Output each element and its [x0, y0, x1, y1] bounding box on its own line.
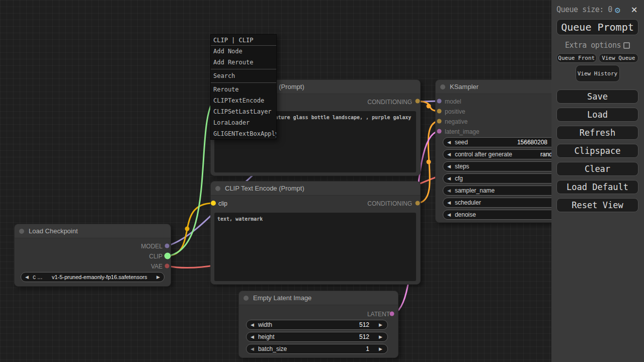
node-header[interactable]: Load Checkpoint — [15, 224, 171, 238]
conditioning-output-label: CONDITIONING — [367, 200, 412, 207]
prev-arrow-icon[interactable]: ◀ — [447, 200, 451, 205]
widget-value: v1-5-pruned-emaonly-fp16.safetensors — [42, 274, 156, 280]
queue-front-button[interactable]: Queue Front — [556, 53, 597, 63]
widget-label: height — [258, 333, 275, 340]
prev-arrow-icon[interactable]: ◀ — [447, 152, 451, 157]
widget-value: 512 — [359, 321, 369, 328]
menu-separator — [211, 69, 276, 69]
node-load-checkpoint[interactable]: Load Checkpoint MODEL CLIP VAE ◀ c ... v… — [14, 224, 171, 287]
wire-clip — [168, 203, 213, 256]
widget-label: c ... — [33, 274, 42, 281]
node-clip-text-encode-negative[interactable]: CLIP Text Encode (Prompt) clip CONDITION… — [210, 181, 421, 285]
clip-output-label: CLIP — [149, 253, 163, 260]
node-status-dot[interactable] — [244, 296, 249, 301]
node-title: CLIP Text Encode (Prompt) — [225, 185, 304, 192]
view-queue-button[interactable]: View Queue — [599, 53, 639, 63]
widget-label: denoise — [455, 211, 476, 218]
queue-size-label: Queue size: 0 — [556, 5, 612, 14]
menu-item-gligentextboxapply[interactable]: GLIGENTextBoxApply — [211, 128, 276, 139]
decrement-arrow-icon[interactable]: ◀ — [251, 346, 254, 351]
widget-label: steps — [455, 163, 469, 170]
node-header[interactable]: Empty Latent Image — [239, 291, 398, 305]
latent-output-label: LATENT — [367, 311, 390, 318]
node-title: KSampler — [450, 83, 478, 90]
menu-search-input[interactable]: Search — [211, 70, 276, 81]
menu-item-cliptextencode[interactable]: CLIPTextEncode — [211, 95, 276, 106]
widget-label: batch_size — [258, 345, 287, 352]
widget-value: 512 — [359, 333, 369, 340]
positive-input-label: positive — [445, 108, 465, 115]
node-status-dot[interactable] — [440, 84, 445, 89]
menu-item-loraloader[interactable]: LoraLoader — [211, 117, 276, 128]
widget-label: width — [258, 321, 272, 328]
extra-options-checkbox[interactable] — [623, 42, 630, 49]
comfyui-canvas[interactable]: { "colors": { "link_model": "#a596d4", "… — [0, 0, 644, 362]
view-history-button[interactable]: View History — [576, 65, 620, 82]
menu-item-reroute[interactable]: Reroute — [211, 84, 276, 95]
widget-value: 1 — [366, 345, 369, 352]
load-button[interactable]: Load — [556, 108, 638, 122]
settings-gear-icon[interactable]: ⚙ — [615, 5, 620, 15]
clipspace-button[interactable]: Clipspace — [556, 144, 638, 158]
node-status-dot[interactable] — [19, 229, 24, 234]
negative-input-label: negative — [445, 118, 467, 125]
widget-label: scheduler — [455, 199, 481, 206]
prompt-textarea[interactable]: text, watermark — [214, 213, 416, 281]
decrement-arrow-icon[interactable]: ◀ — [251, 322, 254, 327]
node-empty-latent-image[interactable]: Empty Latent Image LATENT ◀ width 512 ▶ … — [238, 291, 398, 358]
decrement-arrow-icon[interactable]: ◀ — [447, 140, 451, 145]
widget-ckpt-name[interactable]: ◀ c ... v1-5-pruned-emaonly-fp16.safeten… — [21, 272, 165, 282]
context-menu: CLIP | CLIP Add Node Add Reroute Search … — [210, 34, 277, 140]
latent-image-input-label: latent_image — [445, 128, 479, 135]
queue-prompt-button[interactable]: Queue Prompt — [556, 19, 638, 35]
menu-item-clipsetlastlayer[interactable]: CLIPSetLastLayer — [211, 106, 276, 117]
clear-button[interactable]: Clear — [556, 162, 638, 176]
menu-separator — [211, 82, 276, 83]
node-header[interactable]: CLIP Text Encode (Prompt) — [211, 182, 420, 196]
clip-link-midpoint-dot[interactable] — [185, 227, 190, 231]
node-status-dot[interactable] — [215, 186, 220, 191]
widget-label: seed — [455, 139, 468, 146]
increment-arrow-icon[interactable]: ▶ — [379, 322, 382, 327]
model-output-label: MODEL — [141, 243, 163, 250]
context-menu-title: CLIP | CLIP — [211, 35, 276, 46]
widget-value: 156680208 — [517, 139, 547, 146]
close-icon[interactable]: × — [631, 5, 637, 14]
extra-options-label: Extra options — [565, 41, 621, 50]
widget-batch-size[interactable]: ◀ batch_size 1 ▶ — [246, 344, 388, 354]
prev-arrow-icon[interactable]: ◀ — [447, 188, 451, 193]
reset-view-button[interactable]: Reset View — [556, 198, 638, 212]
wire-drag-clip — [168, 101, 213, 256]
negative-link-midpoint-dot[interactable] — [427, 160, 431, 164]
clip-input-label: clip — [218, 200, 227, 207]
decrement-arrow-icon[interactable]: ◀ — [447, 212, 451, 217]
load-default-button[interactable]: Load Default — [556, 180, 638, 194]
node-title: Empty Latent Image — [253, 294, 311, 302]
increment-arrow-icon[interactable]: ▶ — [379, 334, 382, 339]
widget-label: cfg — [455, 175, 463, 182]
vae-output-label: VAE — [151, 263, 163, 270]
decrement-arrow-icon[interactable]: ◀ — [251, 334, 254, 339]
menu-item-add-reroute[interactable]: Add Reroute — [211, 57, 276, 68]
widget-label: sampler_name — [455, 187, 495, 194]
decrement-arrow-icon[interactable]: ◀ — [447, 164, 451, 169]
widget-label: control after generate — [455, 151, 512, 158]
model-input-label: model — [445, 98, 461, 105]
next-arrow-icon[interactable]: ▶ — [156, 275, 160, 280]
save-button[interactable]: Save — [556, 89, 638, 104]
comfy-menu-panel: Queue size: 0 ⚙ × Queue Prompt Extra opt… — [551, 0, 644, 362]
refresh-button[interactable]: Refresh — [556, 126, 638, 140]
menu-item-add-node[interactable]: Add Node — [211, 46, 276, 57]
decrement-arrow-icon[interactable]: ◀ — [447, 176, 451, 181]
prev-arrow-icon[interactable]: ◀ — [25, 275, 29, 280]
widget-width[interactable]: ◀ width 512 ▶ — [246, 320, 388, 330]
increment-arrow-icon[interactable]: ▶ — [379, 346, 382, 351]
node-title: Load Checkpoint — [29, 227, 78, 235]
conditioning-output-label: CONDITIONING — [367, 99, 412, 106]
widget-height[interactable]: ◀ height 512 ▶ — [246, 332, 388, 342]
positive-link-midpoint-dot[interactable] — [427, 104, 431, 109]
